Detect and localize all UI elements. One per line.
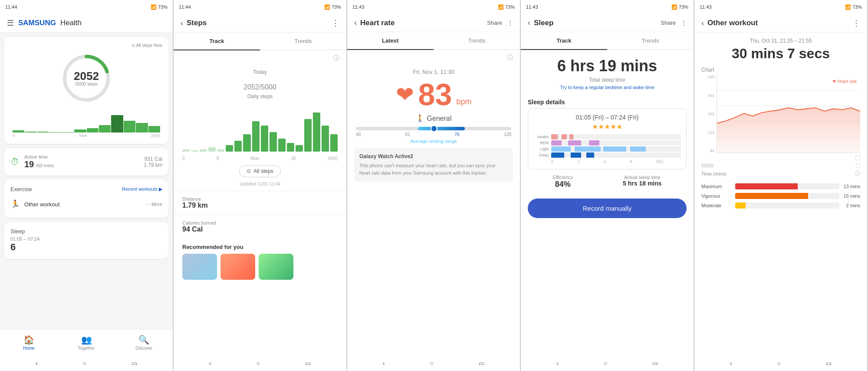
steps-more-icon[interactable]: ⋮ xyxy=(332,18,339,28)
home-btn-steps[interactable]: ○ xyxy=(256,360,260,367)
workout-back-button[interactable]: ‹ xyxy=(701,19,704,28)
home-btn[interactable]: ○ xyxy=(83,360,86,367)
workout-more-button[interactable]: ⋮ xyxy=(852,18,860,28)
all-steps-btn[interactable]: ⊙ All steps xyxy=(174,165,346,177)
intensity-max-bar xyxy=(735,183,839,189)
back-btn-steps[interactable]: ‹ xyxy=(209,360,211,367)
back-btn[interactable]: ‹ xyxy=(36,360,38,367)
steps-chart-axis: 0 Now 24(h) xyxy=(10,132,162,138)
status-icons-sleep: 📶 73% xyxy=(671,4,688,10)
time-sleep: 11:43 xyxy=(526,4,538,10)
stage-row-deep: Deep xyxy=(533,152,681,158)
info-icon-workout[interactable]: ⓘ xyxy=(855,170,860,177)
seg xyxy=(630,146,646,152)
hamburger-icon[interactable]: ☰ xyxy=(7,18,14,28)
chart-bar xyxy=(25,132,36,133)
tab-track[interactable]: Track xyxy=(174,33,260,50)
time-hr: 11:43 xyxy=(352,4,365,10)
tab-trends-hr[interactable]: Trends xyxy=(434,32,520,50)
recent-btn-steps[interactable]: ▭ xyxy=(305,360,311,367)
tab-trends[interactable]: Trends xyxy=(260,33,346,50)
android-nav-sleep: ‹ ○ ▭ xyxy=(521,355,694,371)
sleep-main-content: 6 hrs 19 mins Total sleep time Try to ke… xyxy=(521,50,694,355)
hr-back-button[interactable]: ‹ xyxy=(354,18,357,27)
calories-label: Calories burned xyxy=(182,220,338,225)
rec-img-1[interactable] xyxy=(182,254,217,280)
rec-img-2[interactable] xyxy=(220,254,255,280)
sleep-card[interactable]: Sleep 01:05 – 07:24 6 xyxy=(4,222,168,259)
recent-workouts-link[interactable]: Recent workouts ▶ xyxy=(122,186,162,192)
back-btn-workout[interactable]: ‹ xyxy=(730,360,732,367)
exercise-item[interactable]: 🏃 Other workout ··· More xyxy=(10,197,162,212)
hr-share-button[interactable]: Share xyxy=(487,20,502,26)
bar xyxy=(287,143,294,152)
hr-header: ‹ Heart rate Share ⋮ xyxy=(347,14,520,32)
tab-trends-sleep[interactable]: Trends xyxy=(607,32,694,50)
seg xyxy=(626,146,630,152)
home-btn-workout[interactable]: ○ xyxy=(777,360,781,367)
galaxy-watch-section: Galaxy Watch Active2 This phone can't me… xyxy=(354,148,513,182)
recent-btn-hr[interactable]: ▭ xyxy=(479,360,484,367)
nav-home[interactable]: 🏠 Home xyxy=(0,335,58,351)
nav-discover[interactable]: 🔍 Discover xyxy=(115,335,173,351)
tab-latest[interactable]: Latest xyxy=(347,32,434,50)
tab-track-sleep[interactable]: Track xyxy=(521,32,607,50)
active-time-icon: ⏱ xyxy=(10,157,19,167)
intensity-bars: Maximum 13 mins Vigorous 15 mins Moderat… xyxy=(694,180,867,215)
expand-icon[interactable]: ⛶ xyxy=(694,153,867,162)
exercise-card[interactable]: Exercise Recent workouts ▶ 🏃 Other worko… xyxy=(4,180,168,218)
active-time-info: Active time 19 /60 mins xyxy=(24,154,54,169)
heart-icon: ❤ xyxy=(396,82,414,107)
galaxy-watch-text: This phone can't measure your heart rate… xyxy=(359,162,508,176)
updated-label: Updated 11/01 11:44 xyxy=(174,182,346,186)
steps-bar-chart xyxy=(174,104,346,156)
seg xyxy=(586,152,594,158)
sleep-time-range: 01:05 (Fri) – 07:24 (Fri) xyxy=(533,114,681,121)
seg xyxy=(581,152,586,158)
steps-header-left: ‹ Steps xyxy=(181,19,207,28)
record-manually-button[interactable]: Record manually xyxy=(528,199,687,218)
rec-img-3[interactable] xyxy=(259,254,293,280)
recent-btn[interactable]: ▭ xyxy=(132,360,137,367)
bar-highlight xyxy=(313,113,320,152)
workout-name: Other workout xyxy=(24,201,142,208)
stage-deep-label: Deep xyxy=(533,153,549,157)
sleep-back-button[interactable]: ‹ xyxy=(528,18,530,27)
status-bar-sleep: 11:43 📶 73% xyxy=(521,0,694,14)
home-btn-sleep[interactable]: ○ xyxy=(604,360,607,367)
home-nav-icon: 🏠 xyxy=(23,335,34,345)
steps-card[interactable]: ⊙ All steps Now 2052 /5000 steps xyxy=(4,37,168,144)
active-time-card[interactable]: ⏱ Active time 19 /60 mins 831 Cal 1.79 k… xyxy=(4,148,168,176)
home-btn-hr[interactable]: ○ xyxy=(430,360,434,367)
sleep-more-button[interactable]: ⋮ xyxy=(681,20,687,26)
info-icon-steps[interactable]: ⓘ xyxy=(174,50,346,62)
nav-together[interactable]: 👥 Together xyxy=(58,335,115,351)
seg xyxy=(562,140,568,146)
chart-title: Chart xyxy=(694,67,867,73)
chart-bar xyxy=(74,129,86,133)
more-button[interactable]: ··· More xyxy=(146,202,162,207)
info-circle-icon: ⓘ xyxy=(333,54,339,61)
sleep-duration-value: 6 hrs 19 mins xyxy=(557,57,657,75)
recommended-section: Recommended for you xyxy=(174,238,346,285)
heart-chart-icon: ❤ xyxy=(832,79,836,84)
back-btn-sleep[interactable]: ‹ xyxy=(556,360,559,367)
workout-header-left: ‹ Other workout xyxy=(701,19,758,28)
seg xyxy=(603,146,627,152)
y-240: 240 xyxy=(701,75,714,79)
steps-back-button[interactable]: ‹ xyxy=(181,19,183,28)
hr-more-button[interactable]: ⋮ xyxy=(507,20,513,26)
time-axis-row: Time (mins) ⓘ xyxy=(694,169,867,180)
recent-btn-workout[interactable]: ▭ xyxy=(826,360,832,367)
active-time-title: Active time xyxy=(24,154,54,159)
sleep-share-button[interactable]: Share xyxy=(661,20,676,26)
back-btn-hr[interactable]: ‹ xyxy=(383,360,385,367)
hr-type: 🚶 General xyxy=(347,114,520,123)
bar xyxy=(208,147,216,152)
exercise-header: Exercise Recent workouts ▶ xyxy=(10,186,162,192)
circle-text: 2052 /5000 steps xyxy=(74,70,99,86)
steps-big-value: 2052/5000 xyxy=(174,75,346,93)
recent-btn-sleep[interactable]: ▭ xyxy=(652,360,658,367)
info-icon-hr[interactable]: ⓘ xyxy=(347,50,520,62)
person-icon: 🚶 xyxy=(416,114,424,123)
